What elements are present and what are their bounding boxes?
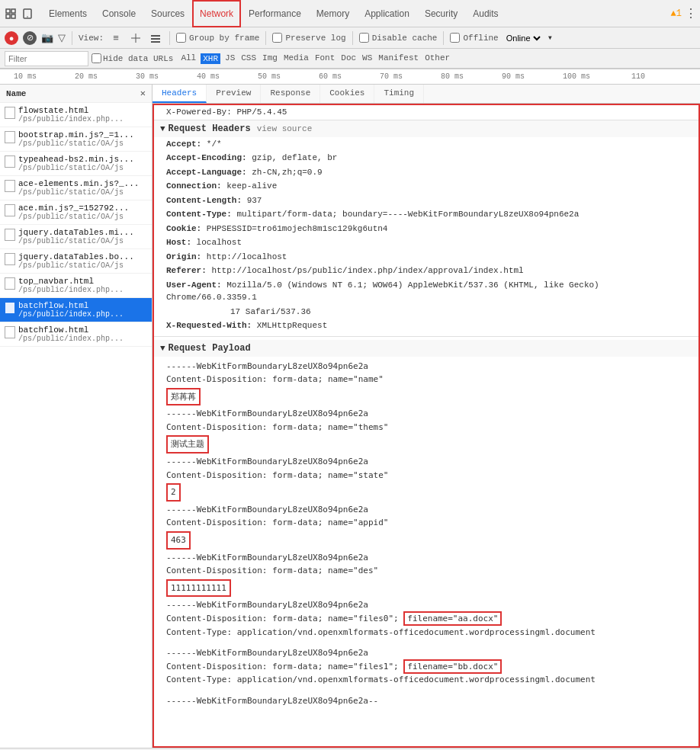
- separator3: [265, 31, 266, 45]
- filter-manifest[interactable]: Manifest: [377, 53, 420, 64]
- file-name-9: batchflow.html: [18, 325, 124, 335]
- view-list-icon[interactable]: ≡: [108, 30, 124, 46]
- file-item-7[interactable]: top_navbar.html /ps/public/index.php...: [0, 274, 152, 298]
- tab-headers[interactable]: Headers: [153, 85, 207, 103]
- request-payload-title: Request Payload: [169, 343, 251, 354]
- header-referer: Referer: http://localhost/ps/public/inde…: [154, 264, 698, 278]
- filter-js[interactable]: JS: [223, 53, 236, 64]
- headers-content[interactable]: X-Powered-By: PHP/5.4.45 ▼ Request Heade…: [153, 104, 700, 748]
- file-name-5: jquery.dataTables.mi...: [18, 228, 134, 237]
- file-path-4: /ps/public/static/OA/js: [18, 213, 129, 221]
- file-path-6: /ps/public/static/OA/js: [18, 261, 134, 270]
- file-item-6[interactable]: jquery.dataTables.bo... /ps/public/stati…: [0, 249, 152, 274]
- view-source-link[interactable]: view source: [257, 124, 313, 133]
- svg-rect-2: [6, 14, 10, 18]
- tab-elements[interactable]: Elements: [41, 0, 95, 27]
- screenshot-button[interactable]: 📷: [41, 32, 53, 43]
- tab-preview[interactable]: Preview: [207, 85, 261, 103]
- filter-other[interactable]: Other: [423, 53, 451, 64]
- group-by-frame-label[interactable]: Group by frame: [176, 33, 259, 43]
- more-options-icon[interactable]: ⋮: [685, 6, 697, 21]
- payload-boundary-6: ------WebKitFormBoundaryL8zeUX8o94pn6e2a: [166, 598, 686, 612]
- payload-filename1: filename="bb.docx": [403, 659, 502, 674]
- hide-data-urls-label[interactable]: Hide data URLs: [92, 53, 173, 63]
- inspect-icon[interactable]: [3, 6, 18, 21]
- tab-cookies[interactable]: Cookies: [320, 85, 374, 103]
- filter-toggle-button[interactable]: ▽: [58, 32, 66, 43]
- tab-sources[interactable]: Sources: [143, 0, 192, 27]
- close-panel-icon[interactable]: ✕: [140, 88, 146, 99]
- view-timeline-icon[interactable]: [148, 30, 163, 46]
- filter-all[interactable]: All: [179, 53, 197, 64]
- tab-audits[interactable]: Audits: [465, 0, 506, 27]
- tab-network[interactable]: Network: [192, 0, 241, 27]
- tab-timing[interactable]: Timing: [374, 85, 424, 103]
- header-accept: Accept: */*: [154, 137, 698, 152]
- view-label: View:: [79, 34, 104, 43]
- device-icon[interactable]: [20, 6, 35, 21]
- powered-by-line: X-Powered-By: PHP/5.4.45: [154, 105, 698, 120]
- file-name-4: ace.min.js?_=152792...: [18, 204, 129, 213]
- file-item-9[interactable]: batchflow.html /ps/public/index.php...: [0, 322, 152, 347]
- file-name-7: top_navbar.html: [18, 277, 124, 286]
- throttle-select[interactable]: Online: [503, 33, 543, 43]
- filter-img[interactable]: Img: [261, 53, 279, 64]
- file-path-2: /ps/public/static/OA/js: [18, 164, 134, 172]
- filter-media[interactable]: Media: [282, 53, 310, 64]
- tab-memory[interactable]: Memory: [309, 0, 357, 27]
- file-icon-0: [5, 107, 15, 119]
- payload-highlight-5: 11111111111: [166, 579, 231, 598]
- file-item-1[interactable]: bootstrap.min.js?_=1... /ps/public/stati…: [0, 127, 152, 152]
- group-by-frame-checkbox[interactable]: [176, 33, 186, 43]
- filter-xhr[interactable]: XHR: [201, 53, 220, 64]
- offline-label[interactable]: Offline: [450, 33, 498, 43]
- tab-security[interactable]: Security: [417, 0, 465, 27]
- collapse-icon[interactable]: ▼: [160, 124, 165, 133]
- filter-ws[interactable]: WS: [361, 53, 374, 64]
- view-grid-icon[interactable]: [128, 30, 143, 46]
- file-item-4[interactable]: ace.min.js?_=152792... /ps/public/static…: [0, 200, 152, 225]
- payload-value4-wrapper: 463: [166, 530, 686, 551]
- filter-font[interactable]: Font: [313, 53, 336, 64]
- tab-performance[interactable]: Performance: [241, 0, 309, 27]
- devtools-icons: [3, 6, 35, 21]
- preserve-log-label[interactable]: Preserve log: [272, 33, 345, 43]
- filter-doc[interactable]: Doc: [339, 53, 358, 64]
- tab-console[interactable]: Console: [95, 0, 143, 27]
- file-item-2[interactable]: typeahead-bs2.min.js... /ps/public/stati…: [0, 152, 152, 176]
- disable-cache-checkbox[interactable]: [359, 33, 369, 43]
- tab-application[interactable]: Application: [357, 0, 417, 27]
- file-item-5[interactable]: jquery.dataTables.mi... /ps/public/stati…: [0, 225, 152, 249]
- filter-css[interactable]: CSS: [239, 53, 258, 64]
- main-content: Name ✕ flowstate.html /ps/public/index.p…: [0, 85, 700, 748]
- warning-badge: ▲1: [671, 8, 682, 19]
- tab-response[interactable]: Response: [261, 85, 320, 103]
- offline-checkbox[interactable]: [450, 33, 460, 43]
- preserve-log-checkbox[interactable]: [272, 33, 282, 43]
- payload-boundary-4: ------WebKitFormBoundaryL8zeUX8o94pn6e2a: [166, 503, 686, 517]
- svg-rect-10: [151, 41, 160, 43]
- filter-input[interactable]: [5, 51, 88, 66]
- payload-highlight-1: 郑苒苒: [166, 388, 201, 406]
- stop-button[interactable]: ⊘: [23, 31, 37, 45]
- throttle-down-icon: ▾: [547, 32, 553, 43]
- payload-value3-wrapper: 2: [166, 482, 686, 503]
- header-content-type: Content-Type: multipart/form-data; bound…: [154, 207, 698, 222]
- payload-disposition-state: Content-Disposition: form-data; name="st…: [166, 469, 686, 482]
- record-button[interactable]: ●: [5, 31, 18, 45]
- header-host: Host: localhost: [154, 236, 698, 250]
- file-item-8[interactable]: batchflow.html /ps/public/index.php...: [0, 298, 152, 322]
- svg-rect-3: [11, 14, 15, 18]
- disable-cache-label[interactable]: Disable cache: [359, 33, 438, 43]
- timeline-ticks: 10 ms 20 ms 30 ms 40 ms 50 ms 60 ms 70 m…: [6, 69, 694, 85]
- filter-row: Hide data URLs All XHR JS CSS Img Media …: [0, 49, 700, 69]
- hide-data-urls-checkbox[interactable]: [92, 53, 101, 63]
- file-item-3[interactable]: ace-elements.min.js?_... /ps/public/stat…: [0, 176, 152, 200]
- svg-point-5: [27, 16, 28, 18]
- header-origin: Origin: http://localhost: [154, 250, 698, 264]
- payload-boundary-5: ------WebKitFormBoundaryL8zeUX8o94pn6e2a: [166, 551, 686, 565]
- file-icon-8: [5, 302, 15, 314]
- header-accept-language: Accept-Language: zh-CN,zh;q=0.9: [154, 165, 698, 180]
- payload-collapse-icon[interactable]: ▼: [160, 344, 165, 353]
- file-item-0[interactable]: flowstate.html /ps/public/index.php...: [0, 103, 152, 127]
